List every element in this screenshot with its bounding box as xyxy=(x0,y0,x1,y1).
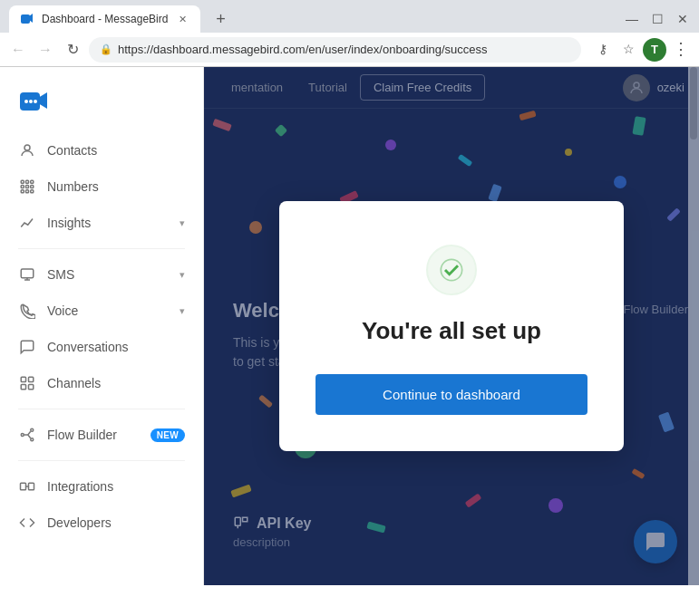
tab-favicon xyxy=(20,12,34,26)
minimize-button[interactable]: — xyxy=(625,12,639,26)
url-text: https://dashboard.messagebird.com/en/use… xyxy=(118,43,570,56)
maximize-button[interactable]: ☐ xyxy=(650,12,665,26)
forward-button[interactable]: → xyxy=(34,39,56,61)
svg-rect-9 xyxy=(26,180,29,183)
app-container: Contacts Numbers Insights ▾ xyxy=(0,67,699,585)
channels-icon xyxy=(18,374,36,392)
key-button[interactable]: ⚷ xyxy=(592,38,614,60)
title-bar: Dashboard - MessageBird ✕ + — ☐ ✕ xyxy=(0,0,699,33)
contacts-icon xyxy=(18,141,36,159)
sidebar-item-conversations[interactable]: Conversations xyxy=(0,329,203,365)
modal-overlay: You're all set up Continue to dashboard xyxy=(204,67,699,585)
svg-point-7 xyxy=(24,145,30,150)
svg-rect-12 xyxy=(26,186,29,188)
sidebar: Contacts Numbers Insights ▾ xyxy=(0,67,204,585)
svg-rect-19 xyxy=(29,377,34,381)
sidebar-item-voice[interactable]: Voice ▾ xyxy=(0,293,203,329)
checkmark-icon xyxy=(439,257,464,283)
modal-title: You're all set up xyxy=(316,317,587,345)
sidebar-item-integrations[interactable]: Integrations xyxy=(0,468,203,505)
chevron-down-icon: ▾ xyxy=(180,269,185,281)
nav-divider-1 xyxy=(18,248,185,249)
svg-point-6 xyxy=(34,100,37,103)
flow-builder-icon xyxy=(18,426,36,444)
svg-rect-16 xyxy=(31,190,34,193)
svg-point-24 xyxy=(31,438,34,441)
svg-rect-13 xyxy=(31,186,34,188)
sidebar-item-label: Numbers xyxy=(47,179,185,194)
svg-point-23 xyxy=(31,428,34,431)
sidebar-navigation: Contacts Numbers Insights ▾ xyxy=(0,132,203,585)
success-check-icon xyxy=(426,245,477,295)
messagebird-logo xyxy=(18,85,51,118)
sms-icon xyxy=(18,265,36,284)
svg-rect-20 xyxy=(21,385,25,390)
svg-rect-10 xyxy=(31,180,34,183)
sidebar-item-label: Flow Builder xyxy=(47,428,140,442)
lock-icon: 🔒 xyxy=(100,43,112,55)
sidebar-item-label: Voice xyxy=(47,303,169,318)
svg-rect-26 xyxy=(29,483,34,490)
new-badge: NEW xyxy=(150,428,185,442)
svg-rect-11 xyxy=(21,186,24,188)
tab-close-button[interactable]: ✕ xyxy=(175,12,189,26)
back-button[interactable]: ← xyxy=(7,39,29,61)
address-bar: ← → ↻ 🔒 https://dashboard.messagebird.co… xyxy=(0,33,699,67)
svg-point-4 xyxy=(24,100,28,103)
browser-menu-button[interactable]: ⋮ xyxy=(670,38,692,60)
sidebar-item-label: Channels xyxy=(47,376,185,390)
svg-rect-25 xyxy=(21,483,26,490)
browser-chrome: Dashboard - MessageBird ✕ + — ☐ ✕ ← → ↻ … xyxy=(0,0,699,67)
chevron-down-icon: ▾ xyxy=(180,217,185,229)
svg-point-5 xyxy=(29,100,33,103)
window-controls: — ☐ ✕ xyxy=(625,12,690,26)
sidebar-item-numbers[interactable]: Numbers xyxy=(0,168,203,205)
svg-rect-14 xyxy=(21,190,24,193)
svg-point-29 xyxy=(441,259,461,280)
voice-icon xyxy=(18,302,36,320)
sidebar-item-label: Developers xyxy=(47,515,185,530)
developers-icon xyxy=(18,514,36,532)
url-actions: ⚷ ☆ T ⋮ xyxy=(592,38,692,62)
sidebar-item-label: Conversations xyxy=(47,340,185,354)
svg-rect-8 xyxy=(21,180,24,183)
sidebar-item-flow-builder[interactable]: Flow Builder NEW xyxy=(0,417,203,453)
sidebar-item-insights[interactable]: Insights ▾ xyxy=(0,205,203,241)
svg-rect-18 xyxy=(21,377,25,381)
tab-title: Dashboard - MessageBird xyxy=(42,13,168,25)
close-button[interactable]: ✕ xyxy=(675,12,690,26)
svg-rect-0 xyxy=(21,14,30,24)
content-area: mentation Tutorial Claim Free Credits oz… xyxy=(204,67,699,585)
success-modal: You're all set up Continue to dashboard xyxy=(279,201,624,451)
svg-rect-21 xyxy=(29,385,34,390)
sidebar-item-sms[interactable]: SMS ▾ xyxy=(0,256,203,293)
sidebar-item-developers[interactable]: Developers xyxy=(0,505,203,541)
sidebar-item-channels[interactable]: Channels xyxy=(0,365,203,401)
sidebar-item-label: Contacts xyxy=(47,143,185,158)
conversations-icon xyxy=(18,338,36,356)
sidebar-logo xyxy=(0,67,203,132)
continue-to-dashboard-button[interactable]: Continue to dashboard xyxy=(316,374,587,415)
sidebar-item-label: Integrations xyxy=(47,479,185,494)
sidebar-item-label: SMS xyxy=(47,267,169,282)
profile-avatar[interactable]: T xyxy=(643,38,666,62)
sidebar-item-contacts[interactable]: Contacts xyxy=(0,132,203,168)
insights-icon xyxy=(18,214,36,232)
svg-rect-17 xyxy=(21,269,34,278)
svg-rect-15 xyxy=(26,190,29,193)
bookmark-button[interactable]: ☆ xyxy=(617,38,639,60)
nav-divider-3 xyxy=(18,460,185,461)
refresh-button[interactable]: ↻ xyxy=(62,39,83,61)
nav-divider-2 xyxy=(18,409,185,409)
new-tab-button[interactable]: + xyxy=(208,6,233,32)
svg-point-22 xyxy=(21,434,24,437)
sidebar-item-label: Insights xyxy=(47,216,169,230)
chevron-down-icon: ▾ xyxy=(180,305,185,317)
integrations-icon xyxy=(18,477,36,496)
url-box[interactable]: 🔒 https://dashboard.messagebird.com/en/u… xyxy=(89,37,581,63)
active-tab[interactable]: Dashboard - MessageBird ✕ xyxy=(9,5,200,33)
numbers-icon xyxy=(18,178,36,196)
